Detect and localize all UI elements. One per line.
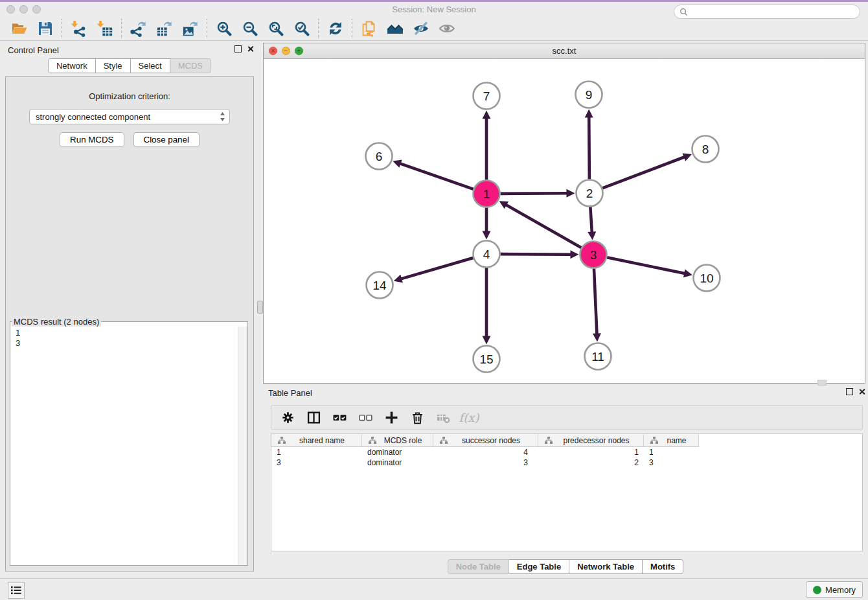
- result-scrollbar[interactable]: [238, 327, 247, 565]
- graph-node-7[interactable]: 7: [474, 83, 500, 110]
- float-table-panel-icon[interactable]: [846, 388, 853, 395]
- table-row[interactable]: 1dominator411: [271, 447, 862, 457]
- apply-layout-button[interactable]: [323, 19, 348, 38]
- graph-edge-1-4[interactable]: [483, 208, 491, 240]
- graph-node-9[interactable]: 9: [576, 82, 602, 108]
- graph-edge-3-11[interactable]: [593, 268, 601, 341]
- graph-node-3[interactable]: 3: [580, 242, 607, 268]
- tab-network-table[interactable]: Network Table: [569, 559, 643, 574]
- table-cell[interactable]: 3: [433, 457, 538, 468]
- graph-node-6[interactable]: 6: [366, 143, 393, 170]
- column-header-successor-nodes[interactable]: successor nodes: [433, 434, 538, 447]
- import-table-button[interactable]: [92, 19, 118, 38]
- graph-edge-2-8[interactable]: [602, 154, 692, 189]
- table-cell[interactable]: 1: [271, 447, 362, 457]
- run-mcds-button[interactable]: Run MCDS: [60, 132, 124, 147]
- zoom-fit-button[interactable]: [263, 19, 289, 38]
- toolbar-separator: [207, 19, 208, 38]
- deselect-all-rows-button[interactable]: [354, 408, 376, 427]
- save-session-button[interactable]: [32, 19, 58, 38]
- graph-edge-2-9[interactable]: [585, 109, 593, 179]
- graph-node-1[interactable]: 1: [474, 181, 500, 207]
- table-row[interactable]: 3dominator323: [271, 457, 862, 468]
- graph-edge-4-14[interactable]: [394, 258, 474, 283]
- graph-edge-4-3[interactable]: [500, 250, 578, 259]
- table-settings-button[interactable]: [277, 408, 299, 427]
- table-cell[interactable]: 1: [538, 447, 644, 457]
- graph-edge-1-7[interactable]: [483, 111, 491, 180]
- splitter-handle[interactable]: [257, 301, 263, 314]
- table-cell[interactable]: 2: [538, 457, 644, 468]
- column-header-name[interactable]: name: [644, 434, 699, 447]
- graph-edge-1-2[interactable]: [500, 189, 575, 198]
- zoom-out-icon: [242, 20, 258, 37]
- trash-icon: [411, 411, 424, 424]
- table-cell[interactable]: 4: [433, 447, 538, 457]
- delete-column-button[interactable]: [406, 408, 428, 427]
- tab-select[interactable]: Select: [131, 58, 170, 73]
- tab-edge-table[interactable]: Edge Table: [509, 559, 569, 574]
- graph-node-15[interactable]: 15: [474, 346, 500, 373]
- graph-node-11[interactable]: 11: [585, 343, 611, 370]
- graph-edge-3-1[interactable]: [499, 201, 582, 248]
- graph-edge-1-6[interactable]: [393, 160, 473, 189]
- column-header-predecessor-nodes[interactable]: predecessor nodes: [538, 434, 644, 447]
- tab-mcds[interactable]: MCDS: [170, 58, 211, 73]
- graph-node-4[interactable]: 4: [474, 241, 500, 268]
- column-header-shared-name[interactable]: shared name: [271, 434, 362, 447]
- clone-network-button[interactable]: [356, 19, 382, 38]
- node-table: shared nameMCDS rolesuccessor nodesprede…: [271, 433, 863, 551]
- close-panel-icon[interactable]: [247, 45, 254, 52]
- export-table-button[interactable]: [152, 19, 177, 38]
- graph-edge-3-10[interactable]: [607, 257, 692, 277]
- close-table-panel-icon[interactable]: [858, 388, 865, 395]
- zoom-selected-button[interactable]: [289, 19, 315, 38]
- horizontal-splitter-handle[interactable]: [817, 380, 827, 386]
- add-column-button[interactable]: [380, 408, 402, 427]
- export-network-button[interactable]: [126, 19, 152, 38]
- criterion-dropdown[interactable]: strongly connected component: [29, 109, 230, 124]
- edge-arrowhead: [394, 275, 403, 283]
- tab-motifs[interactable]: Motifs: [643, 559, 683, 574]
- node-label: 9: [586, 88, 593, 102]
- toggle-panes-button[interactable]: [303, 408, 325, 427]
- float-panel-icon[interactable]: [234, 45, 242, 52]
- tab-node-table[interactable]: Node Table: [448, 559, 509, 574]
- tab-network[interactable]: Network: [48, 58, 96, 73]
- hide-selected-button[interactable]: [408, 19, 434, 38]
- table-cell[interactable]: 3: [644, 457, 699, 468]
- first-neighbors-icon: [387, 20, 404, 37]
- table-cell[interactable]: dominator: [362, 457, 433, 468]
- graph-node-2[interactable]: 2: [577, 180, 603, 207]
- table-cell[interactable]: dominator: [362, 447, 433, 457]
- mcds-panel: Optimization criterion: strongly connect…: [5, 76, 254, 571]
- zoom-in-button[interactable]: [211, 19, 237, 38]
- select-all-rows-button[interactable]: [328, 408, 350, 427]
- search-input[interactable]: [691, 5, 860, 18]
- close-panel-button[interactable]: Close panel: [133, 132, 200, 147]
- import-network-button[interactable]: [66, 19, 92, 38]
- open-session-button[interactable]: [6, 19, 32, 38]
- graph-edge-2-3[interactable]: [588, 207, 596, 240]
- edge-arrowhead: [585, 109, 593, 117]
- table-cell[interactable]: 3: [271, 457, 362, 468]
- network-canvas[interactable]: 7968124314101511: [264, 59, 865, 384]
- column-header-MCDS-role[interactable]: MCDS role: [362, 434, 433, 447]
- table-cell[interactable]: 1: [644, 447, 699, 457]
- search-box[interactable]: [674, 5, 860, 19]
- memory-button[interactable]: Memory: [806, 581, 863, 598]
- graph-edge-4-15[interactable]: [483, 268, 491, 345]
- edge-arrowhead: [593, 333, 601, 341]
- graph-node-14[interactable]: 14: [367, 272, 393, 299]
- graph-node-10[interactable]: 10: [694, 265, 720, 292]
- graph-node-8[interactable]: 8: [692, 136, 719, 163]
- zoom-out-button[interactable]: [237, 19, 263, 38]
- first-neighbors-button[interactable]: [382, 19, 408, 38]
- export-image-button[interactable]: [177, 19, 203, 38]
- vertical-splitter[interactable]: [257, 43, 263, 574]
- edge-arrowhead: [483, 231, 491, 240]
- network-window-titlebar[interactable]: × − + scc.txt: [264, 43, 865, 59]
- tab-style[interactable]: Style: [96, 58, 131, 73]
- task-history-button[interactable]: [8, 582, 25, 599]
- fx-icon: f(x): [459, 411, 479, 424]
